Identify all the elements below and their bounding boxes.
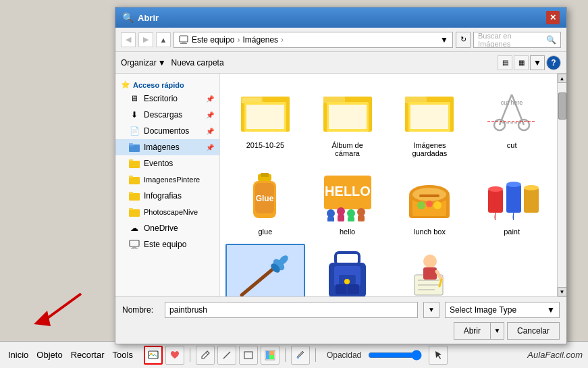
sidebar-item-onedrive[interactable]: ☁ OneDrive: [115, 220, 219, 236]
bottom-menu: Inicio Objeto Recortar Tools: [3, 350, 138, 360]
scroll-up-button[interactable]: ▲: [558, 74, 567, 83]
thumb-hello: HELLO: [317, 171, 378, 225]
filename-input[interactable]: paintbrush: [165, 302, 418, 318]
infografias-icon: [129, 190, 140, 201]
file-item-album[interactable]: Álbum decámara: [308, 79, 387, 163]
file-item-2015[interactable]: 2015-10-25: [225, 79, 305, 163]
sidebar-item-infografias[interactable]: Infografias: [115, 188, 219, 204]
file-grid-scroll[interactable]: 2015-10-25 Álbum decámara Imágenesguarda…: [220, 74, 557, 296]
svg-point-60: [347, 209, 355, 217]
svg-rect-12: [180, 36, 188, 42]
svg-rect-63: [358, 215, 365, 221]
file-item-paint[interactable]: paint: [472, 165, 552, 241]
dialog-titlebar: 🔍 Abrir ✕: [115, 7, 566, 28]
file-item-hello[interactable]: HELLO h: [308, 165, 387, 241]
rect-tool-button[interactable]: [239, 346, 258, 365]
search-icon: 🔍: [546, 35, 556, 45]
thumb-guardadas: [399, 84, 460, 138]
help-button[interactable]: ?: [546, 55, 561, 70]
menu-inicio[interactable]: Inicio: [8, 350, 28, 360]
svg-rect-10: [269, 355, 274, 359]
scrollbar[interactable]: ▲ ▼: [557, 74, 566, 296]
file-label-lunchbox: lunch box: [414, 228, 446, 236]
line-tool-button[interactable]: [217, 346, 236, 365]
sidebar-item-eventos[interactable]: Eventos: [115, 155, 219, 172]
heart-tool-button[interactable]: [165, 346, 184, 365]
back-button[interactable]: ◀: [121, 32, 136, 47]
refresh-button[interactable]: ↻: [456, 32, 471, 48]
sidebar-item-downloads[interactable]: ⬇ Descargas 📌: [115, 107, 219, 123]
svg-rect-76: [524, 188, 539, 213]
menu-recortar[interactable]: Recortar: [71, 350, 105, 360]
image-tool-button[interactable]: [144, 346, 163, 365]
color-select-button[interactable]: [261, 346, 279, 365]
forward-button[interactable]: ▶: [138, 32, 153, 47]
scroll-thumb[interactable]: [558, 93, 566, 120]
opacity-slider[interactable]: [368, 350, 422, 361]
svg-rect-14: [180, 43, 187, 44]
organize-chevron: ▼: [158, 58, 166, 68]
images-folder-icon: [129, 142, 140, 153]
filename-dropdown-button[interactable]: ▼: [423, 302, 439, 318]
svg-rect-19: [129, 159, 133, 161]
file-item-lunchbox[interactable]: lunch box: [390, 165, 470, 241]
filetype-select[interactable]: Select Image Type ▼: [445, 302, 560, 318]
svg-rect-71: [419, 194, 439, 197]
new-folder-button[interactable]: Nueva carpeta: [171, 58, 224, 68]
sidebar-label-desktop: Escritorio: [144, 94, 178, 103]
open-button[interactable]: Abrir: [454, 322, 491, 340]
sidebar-item-images[interactable]: Imágenes 📌: [115, 139, 219, 155]
file-item-schoolbag[interactable]: school bag: [308, 244, 387, 296]
cursor-tool-button[interactable]: [429, 346, 448, 365]
filetype-dropdown-icon: ▼: [547, 305, 555, 315]
svg-rect-26: [130, 240, 139, 246]
open-dropdown-button[interactable]: ▼: [491, 322, 504, 340]
organize-button[interactable]: Organizar ▼: [121, 58, 166, 68]
file-item-glue[interactable]: Glue glue: [225, 165, 305, 241]
open-dialog: 🔍 Abrir ✕ ◀ ▶ ▲ Este equipo › Imágenes ›…: [115, 7, 567, 344]
sidebar-item-photoscape[interactable]: PhotoscapeNive: [115, 204, 219, 220]
brush-tool-button[interactable]: [196, 346, 215, 365]
file-label-paint: paint: [504, 228, 520, 236]
details-button[interactable]: ▦: [514, 55, 529, 70]
dropper-tool-button[interactable]: [291, 346, 310, 365]
sidebar-item-este-equipo[interactable]: Este equipo: [115, 236, 219, 253]
file-item-paintbrush[interactable]: paintbrush: [225, 244, 305, 296]
svg-point-69: [426, 201, 433, 207]
more-view-button[interactable]: ▼: [530, 55, 545, 70]
menu-tools[interactable]: Tools: [113, 350, 133, 360]
sidebar-label-este-equipo: Este equipo: [144, 240, 186, 249]
dialog-content: ⭐ Acceso rápido 🖥 Escritorio 📌 ⬇ Descarg…: [115, 74, 566, 296]
close-button[interactable]: ✕: [546, 11, 560, 24]
svg-rect-20: [129, 177, 140, 184]
svg-rect-25: [129, 208, 133, 210]
cancel-button[interactable]: Cancelar: [507, 322, 560, 340]
svg-point-68: [417, 201, 425, 209]
sidebar-item-imagenes-pintere[interactable]: ImagenesPintere: [115, 172, 219, 188]
photoscape-icon: [129, 207, 140, 217]
path-dropdown-icon[interactable]: ▼: [440, 35, 448, 45]
sidebar-item-documents[interactable]: 📄 Documentos 📌: [115, 123, 219, 139]
open-button-group: Abrir ▼: [454, 322, 504, 340]
file-item-write[interactable]: write: [390, 244, 470, 296]
search-box[interactable]: Buscar en Imágenes 🔍: [473, 32, 561, 48]
thumb-cut: cut here: [481, 84, 542, 138]
menu-objeto[interactable]: Objeto: [36, 350, 62, 360]
pin-icon2: 📌: [206, 111, 214, 119]
svg-point-77: [524, 185, 539, 190]
file-grid: 2015-10-25 Álbum decámara Imágenesguarda…: [223, 76, 554, 296]
sidebar-item-desktop[interactable]: 🖥 Escritorio 📌: [115, 90, 219, 107]
svg-rect-57: [327, 217, 334, 221]
pin-icon: 📌: [206, 95, 214, 103]
file-item-cut[interactable]: cut here cut: [472, 79, 552, 163]
sidebar-label-documents: Documentos: [144, 126, 189, 136]
thumb-glue: Glue: [235, 171, 296, 225]
scroll-down-button[interactable]: ▼: [558, 287, 567, 296]
thumb-paintbrush: [235, 249, 296, 296]
sidebar-label-infografias: Infografias: [144, 191, 182, 201]
path-bar[interactable]: Este equipo › Imágenes › ▼: [173, 32, 453, 48]
list-view-button[interactable]: ▤: [498, 55, 512, 70]
up-button[interactable]: ▲: [156, 32, 171, 47]
file-item-guardadas[interactable]: Imágenesguardadas: [390, 79, 470, 163]
svg-line-5: [223, 352, 230, 359]
